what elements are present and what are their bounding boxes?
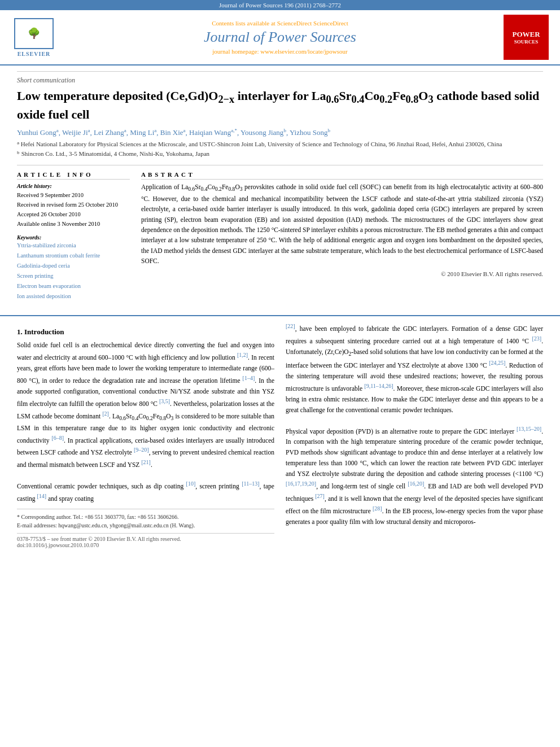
sciencedirect-link: Contents lists available at ScienceDirec… bbox=[56, 20, 504, 27]
elsevier-logo: 🌳 ELSEVIER bbox=[11, 18, 56, 57]
main-body: 1. Introduction Solid oxide fuel cell is… bbox=[0, 315, 560, 559]
keyword-2: Lanthanum strontium cobalt ferrite bbox=[17, 251, 130, 261]
journal-center-info: Contents lists available at ScienceDirec… bbox=[56, 20, 504, 55]
keyword-3: Gadolinia-doped ceria bbox=[17, 261, 130, 271]
ref-9-20: [9–20] bbox=[134, 447, 149, 453]
keywords-label: Keywords: bbox=[17, 234, 130, 241]
affiliations: ᵃ Hefei National Laboratory for Physical… bbox=[17, 139, 543, 158]
affiliation-a: ᵃ Hefei National Laboratory for Physical… bbox=[17, 139, 543, 149]
ref-14: [14] bbox=[37, 493, 46, 499]
ref-9-11-14-26: [9,11–14,26] bbox=[364, 383, 393, 389]
article-info-label: A R T I C L E I N F O bbox=[17, 171, 130, 180]
available-date: Available online 3 November 2010 bbox=[17, 220, 130, 229]
journal-logo-power: POWER bbox=[512, 30, 540, 39]
ref-24-25: [24,25] bbox=[489, 360, 505, 366]
keywords-section: Keywords: Yttria-stabilized zirconia Lan… bbox=[17, 234, 130, 301]
elsevier-label: ELSEVIER bbox=[18, 51, 51, 57]
ref-27: [27] bbox=[315, 493, 325, 499]
doi-text: doi:10.1016/j.jpowsour.2010.10.070 bbox=[17, 542, 274, 548]
footnote-area: * Corresponding author. Tel.: +86 551 36… bbox=[17, 509, 274, 530]
info-abstract-section: A R T I C L E I N F O Article history: R… bbox=[17, 165, 543, 301]
keyword-4: Screen printing bbox=[17, 271, 130, 281]
ref-23: [23] bbox=[532, 335, 541, 342]
ref-6-8: [6–8] bbox=[51, 435, 64, 441]
affiliation-b: ᵇ Shincron Co. Ltd., 3-5 Minatomidai, 4 … bbox=[17, 149, 543, 159]
email-addresses: E-mail addresses: hqwang@ustc.edu.cn, yh… bbox=[17, 521, 274, 530]
body-right-col: [22], have been employed to fabricate th… bbox=[286, 322, 543, 548]
right-para1: [22], have been employed to fabricate th… bbox=[286, 322, 543, 415]
ref-2: [2] bbox=[102, 410, 109, 417]
article-content: Short communication Low temperature depo… bbox=[0, 65, 560, 312]
article-title: Low temperature deposited (Ce,Gd)O2−x in… bbox=[17, 88, 543, 123]
intro-para1: Solid oxide fuel cell is an electrochemi… bbox=[17, 340, 274, 470]
journal-reference-text: Journal of Power Sources 196 (2011) 2768… bbox=[219, 2, 341, 8]
journal-title: Journal of Power Sources bbox=[56, 29, 504, 46]
article-type: Short communication bbox=[17, 71, 543, 85]
sciencedirect-brand: ScienceDirect bbox=[313, 20, 348, 27]
ref-22: [22] bbox=[286, 323, 295, 329]
body-left-col: 1. Introduction Solid oxide fuel cell is… bbox=[17, 322, 274, 548]
ref-13-15-20: [13,15–20] bbox=[517, 426, 541, 432]
corresponding-author: * Corresponding author. Tel.: +86 551 36… bbox=[17, 513, 274, 521]
received-date: Received 9 September 2010 bbox=[17, 191, 130, 200]
ref-16-17-19-20: [16,17,19,20] bbox=[286, 480, 316, 487]
keyword-1: Yttria-stabilized zirconia bbox=[17, 241, 130, 251]
abstract-label: A B S T R A C T bbox=[141, 171, 543, 180]
article-history: Article history: Received 9 September 20… bbox=[17, 182, 130, 229]
received-revised-date: Received in revised form 25 October 2010 bbox=[17, 200, 130, 210]
issn-text: 0378-7753/$ – see front matter © 2010 El… bbox=[17, 536, 274, 542]
right-para2: Physical vapor deposition (PVD) is an al… bbox=[286, 425, 543, 527]
accepted-date: Accepted 26 October 2010 bbox=[17, 210, 130, 220]
abstract-text: Application of La0.6Sr0.4Co0.2Fe0.8O3 pe… bbox=[141, 182, 543, 266]
article-info-col: A R T I C L E I N F O Article history: R… bbox=[17, 171, 130, 301]
history-label: Article history: bbox=[17, 182, 130, 191]
intro-para2: Conventional ceramic powder techniques, … bbox=[17, 479, 274, 504]
ref-28: [28] bbox=[373, 505, 382, 512]
journal-header: 🌳 ELSEVIER Contents lists available at S… bbox=[0, 10, 560, 65]
introduction-heading: 1. Introduction bbox=[17, 327, 274, 337]
keyword-6: Ion assisted deposition bbox=[17, 291, 130, 302]
abstract-col: A B S T R A C T Application of La0.6Sr0.… bbox=[141, 171, 543, 301]
ref-16-20: [16,20] bbox=[408, 480, 424, 487]
ref-1-2: [1,2] bbox=[237, 352, 248, 358]
ref-21: [21] bbox=[141, 459, 151, 465]
ref-3-5: [3,5] bbox=[159, 398, 170, 404]
ref-1-4: [1–4] bbox=[243, 375, 255, 381]
article-authors: Yunhui Gonga, Weijie Jia, Lei Zhanga, Mi… bbox=[17, 128, 543, 137]
body-two-col: 1. Introduction Solid oxide fuel cell is… bbox=[17, 322, 543, 548]
homepage-url: www.elsevier.com/locate/jpowsour bbox=[260, 48, 347, 55]
journal-homepage: journal homepage: www.elsevier.com/locat… bbox=[56, 48, 504, 55]
journal-logo-right: POWER SOURCES bbox=[504, 15, 549, 60]
journal-reference-bar: Journal of Power Sources 196 (2011) 2768… bbox=[0, 0, 560, 10]
elsevier-tree-icon: 🌳 bbox=[28, 27, 40, 40]
keyword-5: Electron beam evaporation bbox=[17, 281, 130, 291]
issn-area: 0378-7753/$ – see front matter © 2010 El… bbox=[17, 533, 274, 548]
copyright: © 2010 Elsevier B.V. All rights reserved… bbox=[141, 270, 543, 277]
ref-10: [10] bbox=[186, 480, 196, 487]
elsevier-logo-box: 🌳 bbox=[14, 18, 54, 49]
ref-11-13: [11–13] bbox=[242, 480, 259, 487]
journal-logo-sources: SOURCES bbox=[514, 39, 539, 45]
